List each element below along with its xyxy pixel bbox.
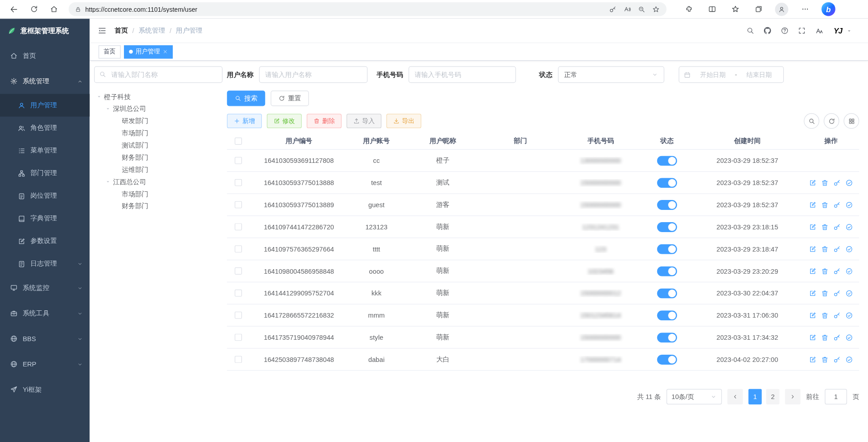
tree-node[interactable]: 财务部门 [94, 152, 223, 164]
edit-button[interactable] [809, 311, 816, 319]
status-toggle[interactable] [657, 156, 677, 166]
refresh-table-button[interactable] [824, 113, 839, 128]
caret-down-icon[interactable] [95, 93, 103, 100]
breadcrumb-item[interactable]: 系统管理 [138, 26, 165, 35]
assign-role-button[interactable] [845, 223, 853, 231]
tree-node[interactable]: 财务部门 [94, 200, 223, 212]
column-header-nickname[interactable]: 用户昵称 [404, 137, 481, 146]
delete-button[interactable] [821, 356, 829, 363]
sidebar-item-user[interactable]: 用户管理 [0, 94, 90, 117]
tree-node[interactable]: 测试部门 [94, 139, 223, 152]
page-button-1[interactable]: 1 [749, 389, 762, 404]
fullscreen-icon[interactable] [795, 24, 809, 38]
sidebar-item-home[interactable]: 首页 [0, 43, 90, 68]
font-size-icon[interactable] [812, 24, 826, 38]
reset-password-button[interactable] [833, 179, 841, 186]
tree-node[interactable]: 研发部门 [94, 115, 223, 127]
add-button[interactable]: 新增 [227, 114, 262, 128]
read-aloud-icon[interactable] [621, 3, 633, 15]
chevron-down-icon[interactable] [846, 27, 853, 34]
edit-button[interactable] [809, 289, 816, 297]
caret-down-icon[interactable] [104, 105, 112, 112]
page-button-2[interactable]: 2 [766, 389, 779, 404]
row-checkbox[interactable] [234, 356, 242, 363]
status-toggle[interactable] [657, 310, 677, 320]
back-button[interactable] [7, 2, 21, 16]
column-header-phone[interactable]: 手机号码 [559, 137, 642, 146]
row-checkbox[interactable] [234, 157, 242, 164]
status-toggle[interactable] [657, 200, 677, 209]
tree-node[interactable]: 市场部门 [94, 127, 223, 139]
row-checkbox[interactable] [234, 245, 242, 252]
favorites-star-icon[interactable] [650, 3, 662, 15]
column-header-actions[interactable]: 操作 [803, 137, 859, 146]
address-bar[interactable]: https://ccnetcore.com:1101/system/user [69, 2, 667, 16]
column-header-user-id[interactable]: 用户编号 [249, 137, 349, 146]
export-button[interactable]: 导出 [386, 114, 421, 128]
sidebar-item-bbs[interactable]: BBS [0, 326, 90, 352]
column-settings-button[interactable] [844, 113, 859, 128]
next-page-button[interactable] [785, 389, 800, 404]
delete-button[interactable] [821, 311, 829, 319]
edit-button[interactable] [809, 356, 816, 363]
reset-password-button[interactable] [833, 267, 841, 275]
reset-button[interactable]: 重置 [270, 90, 308, 106]
row-checkbox[interactable] [234, 201, 242, 209]
status-toggle[interactable] [657, 333, 677, 342]
tab-close-icon[interactable] [163, 49, 168, 54]
tree-node[interactable]: 深圳总公司 [94, 103, 223, 115]
assign-role-button[interactable] [845, 356, 853, 363]
status-toggle[interactable] [657, 354, 677, 364]
column-header-status[interactable]: 状态 [642, 137, 692, 146]
select-all-checkbox[interactable] [234, 138, 242, 145]
app-logo[interactable]: 意框架管理系统 [0, 19, 90, 43]
assign-role-button[interactable] [845, 245, 853, 253]
delete-button[interactable] [821, 267, 829, 275]
assign-role-button[interactable] [845, 201, 853, 209]
sidebar-item-role[interactable]: 角色管理 [0, 117, 90, 139]
sidebar-item-yi[interactable]: Yi框架 [0, 377, 90, 402]
assign-role-button[interactable] [845, 289, 853, 297]
tree-node[interactable]: 运维部门 [94, 163, 223, 176]
reset-password-button[interactable] [833, 245, 841, 253]
reset-password-button[interactable] [833, 289, 841, 297]
collections-icon[interactable] [752, 2, 765, 15]
tab-user[interactable]: 用户管理 [124, 45, 173, 58]
extensions-icon[interactable] [682, 2, 695, 15]
row-checkbox[interactable] [234, 290, 242, 297]
hide-search-button[interactable] [804, 113, 819, 128]
status-select[interactable]: 正常 [558, 67, 664, 83]
column-header-account[interactable]: 用户账号 [349, 137, 404, 146]
favorites-icon[interactable] [729, 2, 742, 15]
zoom-indicator-icon[interactable] [636, 3, 648, 15]
row-checkbox[interactable] [234, 267, 242, 275]
column-header-created[interactable]: 创建时间 [692, 137, 803, 146]
sidebar-item-dict[interactable]: 字典管理 [0, 207, 90, 230]
edit-button[interactable] [809, 333, 816, 341]
sidebar-item-post[interactable]: 岗位管理 [0, 185, 90, 207]
edit-button[interactable] [809, 179, 816, 186]
delete-button[interactable] [821, 289, 829, 297]
column-header-dept[interactable]: 部门 [482, 137, 559, 146]
phone-input[interactable] [408, 67, 516, 83]
username-input[interactable] [259, 67, 368, 83]
refresh-button[interactable] [27, 2, 41, 16]
edit-button[interactable]: 修改 [267, 114, 302, 128]
status-toggle[interactable] [657, 288, 677, 298]
delete-button[interactable] [821, 333, 829, 341]
row-checkbox[interactable] [234, 312, 242, 319]
date-range-picker[interactable]: 开始日期 - 结束日期 [678, 67, 784, 83]
sidebar-item-system[interactable]: 系统管理 [0, 68, 90, 94]
row-checkbox[interactable] [234, 223, 242, 230]
help-icon[interactable] [778, 24, 792, 38]
reset-password-button[interactable] [833, 223, 841, 231]
status-toggle[interactable] [657, 178, 677, 188]
edit-button[interactable] [809, 223, 816, 231]
assign-role-button[interactable] [845, 333, 853, 341]
import-button[interactable]: 导入 [346, 114, 381, 128]
reset-password-button[interactable] [833, 333, 841, 341]
key-icon[interactable] [607, 3, 619, 15]
edit-button[interactable] [809, 201, 816, 209]
status-toggle[interactable] [657, 266, 677, 276]
assign-role-button[interactable] [845, 311, 853, 319]
